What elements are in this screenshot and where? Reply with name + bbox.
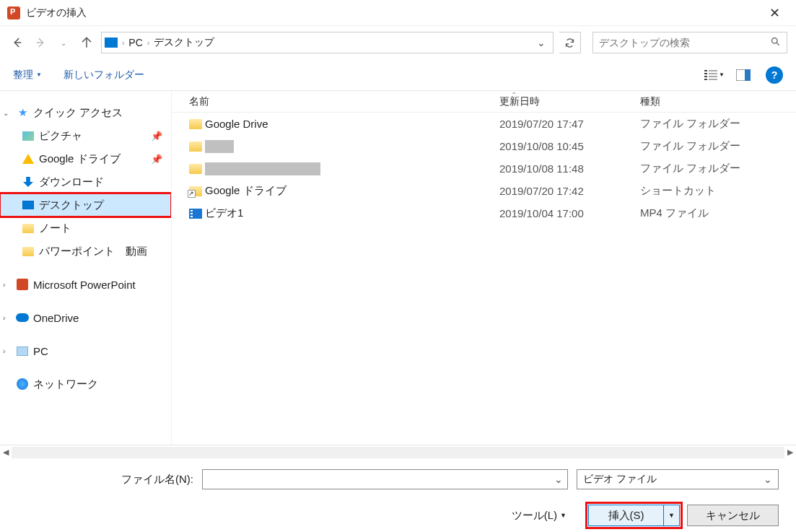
- up-button[interactable]: [78, 34, 95, 51]
- main-area: ⌄ ★ クイック アクセス ピクチャ 📌 Google ドライブ 📌 ダウンロー…: [0, 91, 796, 445]
- close-button[interactable]: ✕: [760, 5, 789, 21]
- preview-pane-icon: [736, 69, 751, 81]
- file-date: 2019/10/04 17:00: [499, 207, 640, 219]
- svg-rect-4: [709, 73, 717, 74]
- organize-menu[interactable]: 整理▼: [13, 69, 42, 82]
- scroll-right-icon[interactable]: ▶: [787, 448, 793, 457]
- scrollbar-track[interactable]: [12, 447, 784, 458]
- breadcrumb-desktop[interactable]: デスクトップ: [154, 36, 214, 49]
- chevron-down-icon: ⌄: [554, 474, 563, 485]
- list-view-icon: [704, 70, 717, 80]
- filename-row: ファイル名(N): ⌄ ビデオ ファイル ⌄: [0, 468, 779, 491]
- address-dropdown[interactable]: ⌄: [533, 37, 550, 48]
- address-bar[interactable]: › PC › デスクトップ ⌄: [101, 32, 554, 53]
- breadcrumb-pc[interactable]: PC: [128, 37, 142, 48]
- filename-label: ファイル名(N):: [0, 473, 202, 487]
- scroll-left-icon[interactable]: ◀: [3, 448, 9, 457]
- column-type[interactable]: 種類: [640, 95, 796, 108]
- arrow-left-icon: [11, 36, 24, 49]
- shortcut-icon: [189, 186, 205, 196]
- svg-rect-10: [745, 69, 751, 81]
- tree-notes[interactable]: ノート: [0, 217, 171, 240]
- file-row[interactable]: ビデオ12019/10/04 17:00MP4 ファイル: [172, 202, 796, 224]
- tree-ppt-video[interactable]: パワーポイント 動画: [0, 240, 171, 263]
- svg-rect-2: [709, 70, 717, 71]
- download-icon: [22, 175, 35, 188]
- file-row[interactable]: Google Drive2019/07/20 17:47ファイル フォルダー: [172, 113, 796, 135]
- tree-pc[interactable]: › PC: [0, 339, 171, 362]
- app-icon: [7, 6, 20, 19]
- chevron-down-icon: ▼: [560, 512, 567, 519]
- column-name[interactable]: 名前: [189, 95, 499, 108]
- onedrive-icon: [16, 311, 29, 324]
- chevron-down-icon: ⌄: [3, 109, 12, 117]
- back-button[interactable]: [9, 34, 26, 51]
- horizontal-scrollbar[interactable]: ◀ ▶: [0, 445, 796, 459]
- filename-input[interactable]: ⌄: [202, 469, 568, 489]
- file-type: MP4 ファイル: [640, 206, 709, 220]
- file-type-filter[interactable]: ビデオ ファイル ⌄: [577, 469, 779, 489]
- video-icon: [189, 209, 205, 219]
- chevron-down-icon: ▼: [36, 71, 42, 78]
- pictures-icon: [22, 129, 35, 142]
- star-icon: ★: [16, 106, 29, 119]
- tree-ms-powerpoint[interactable]: › Microsoft PowerPoint: [0, 273, 171, 296]
- file-name: ビデオ1: [205, 206, 243, 220]
- refresh-icon: [564, 38, 575, 48]
- cancel-button[interactable]: キャンセル: [687, 505, 779, 526]
- tree-google-drive[interactable]: Google ドライブ 📌: [0, 147, 171, 170]
- svg-point-0: [772, 38, 778, 44]
- folder-icon: [189, 119, 205, 129]
- gdrive-icon: [22, 152, 35, 165]
- svg-rect-8: [709, 79, 717, 80]
- nav-bar: ⌄ › PC › デスクトップ ⌄: [0, 26, 796, 59]
- preview-pane-button[interactable]: [731, 65, 756, 85]
- chevron-down-icon: ⌄: [764, 474, 772, 485]
- chevron-right-icon: ›: [3, 314, 12, 322]
- insert-button[interactable]: 挿入(S) ▼: [588, 505, 680, 526]
- network-icon: [16, 378, 29, 391]
- file-date: 2019/10/08 10:45: [499, 140, 640, 152]
- file-type: ファイル フォルダー: [640, 117, 740, 131]
- tree-pictures[interactable]: ピクチャ 📌: [0, 124, 171, 147]
- pin-icon: 📌: [151, 131, 162, 141]
- file-name: Google Drive: [205, 118, 268, 130]
- tree-desktop[interactable]: デスクトップ: [0, 193, 171, 217]
- insert-dropdown[interactable]: ▼: [663, 505, 679, 526]
- file-date: 2019/10/08 11:48: [499, 162, 640, 175]
- file-type: ファイル フォルダー: [640, 139, 740, 153]
- svg-rect-6: [709, 76, 717, 77]
- file-type: ショートカット: [640, 184, 716, 198]
- search-input[interactable]: [599, 37, 770, 48]
- recent-dropdown[interactable]: ⌄: [55, 34, 72, 51]
- new-folder-button[interactable]: 新しいフォルダー: [64, 69, 144, 82]
- column-date[interactable]: 更新日時: [499, 95, 640, 108]
- view-details-button[interactable]: ▼: [702, 65, 727, 85]
- redacted-text: [205, 162, 320, 175]
- refresh-button[interactable]: [559, 32, 581, 53]
- tree-quick-access[interactable]: ⌄ ★ クイック アクセス: [0, 101, 171, 124]
- folder-icon: [189, 141, 205, 152]
- tree-onedrive[interactable]: › OneDrive: [0, 306, 171, 329]
- tree-downloads[interactable]: ダウンロード: [0, 170, 171, 193]
- tools-menu[interactable]: ツール(L) ▼: [512, 509, 567, 523]
- sort-indicator-icon: ⌃: [511, 91, 517, 99]
- file-row[interactable]: 2019/10/08 10:45ファイル フォルダー: [172, 135, 796, 157]
- view-controls: ▼ ?: [702, 65, 783, 85]
- file-row[interactable]: Google ドライブ2019/07/20 17:42ショートカット: [172, 180, 796, 202]
- help-button[interactable]: ?: [766, 66, 783, 84]
- tree-network[interactable]: › ネットワーク: [0, 372, 171, 396]
- search-box[interactable]: [592, 32, 787, 53]
- file-date: 2019/07/20 17:42: [499, 185, 640, 197]
- pc-icon: [16, 344, 29, 357]
- monitor-icon: [22, 199, 35, 212]
- folder-icon: [22, 222, 35, 235]
- button-row: ツール(L) ▼ 挿入(S) ▼ キャンセル: [0, 502, 779, 528]
- list-header: 名前 更新日時 種類: [172, 91, 796, 113]
- svg-rect-5: [704, 76, 707, 77]
- location-icon: [105, 38, 118, 48]
- forward-button[interactable]: [32, 34, 49, 51]
- folder-icon: [189, 164, 205, 174]
- file-row[interactable]: 2019/10/08 11:48ファイル フォルダー: [172, 157, 796, 180]
- title-bar: ビデオの挿入 ✕: [0, 0, 796, 26]
